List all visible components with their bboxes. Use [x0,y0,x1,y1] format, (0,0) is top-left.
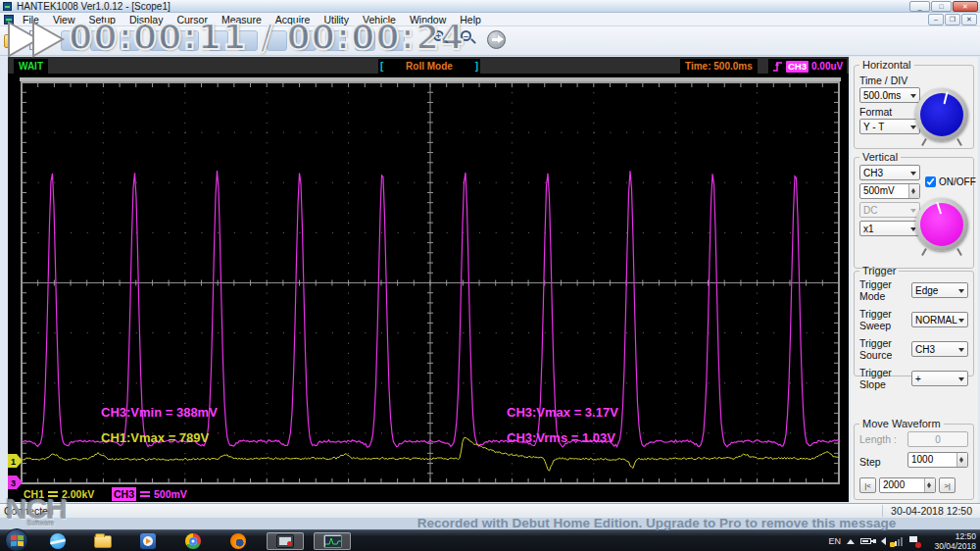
menu-window[interactable]: Window [403,13,453,26]
trigger-slope-label: Trigger Slope [859,367,911,390]
volt-div-spinner[interactable]: 500mV [859,183,920,199]
spinner-up-icon[interactable] [909,184,919,191]
mdi-close-button[interactable]: ✕ [961,14,977,25]
vertical-knob[interactable] [915,198,968,251]
menu-vehicle[interactable]: Vehicle [356,13,403,26]
spinner-up-icon[interactable] [957,453,967,460]
chevron-down-icon [958,319,964,326]
spinner-down-icon[interactable] [925,485,935,492]
close-button[interactable]: ✕ [953,1,978,12]
taskbar-hantek-app[interactable] [314,532,351,550]
go-last-button[interactable]: >| [939,477,956,493]
system-tray: EN [828,530,919,551]
mdi-minimize-button[interactable]: – [928,14,944,25]
show-hidden-icons-icon[interactable] [847,535,855,544]
battery-icon[interactable] [860,538,871,544]
speaker-icon[interactable] [877,537,886,545]
maximize-button[interactable]: □ [931,1,952,12]
connect-icon[interactable] [487,30,506,49]
zoom-in-icon[interactable]: + [433,30,450,47]
toolbar-icon[interactable] [149,30,170,51]
toolbar-icon[interactable] [384,30,405,51]
control-panel: Horizontal Time / DIV 500.0ms Format Y -… [851,57,978,503]
trigger-sweep-select[interactable]: NORMAL [911,312,968,327]
menu-file[interactable]: File [16,13,46,26]
scope-display: 13 WAIT []Roll Mode Time: 500.0ms CH3 0.… [8,57,849,502]
clock-time: 12:50 [934,531,976,541]
oscilloscope-app-icon [323,534,342,548]
network-icon[interactable] [892,536,904,546]
toolbar-icon[interactable] [237,30,258,51]
measurement-ch3-vmin: CH3:Vmin = 388mV [101,405,218,420]
spinner-down-icon[interactable] [957,460,967,467]
coupling-select: DC [859,202,920,218]
action-center-flag-icon[interactable] [909,536,919,547]
horizontal-group: Horizontal Time / DIV 500.0ms Format Y -… [854,59,974,149]
taskbar-debut-recorder[interactable] [267,532,304,550]
folder-icon [94,535,112,548]
taskbar-explorer[interactable] [88,532,118,550]
menu-setup[interactable]: Setup [82,13,122,26]
trigger-edge-icon [772,60,783,73]
toolbar-icon[interactable] [178,30,199,51]
toolbar-icon[interactable] [267,30,287,51]
probe-select[interactable]: x1 [859,221,920,236]
trigger-source-select[interactable]: CH3 [911,341,968,357]
toolbar-icon[interactable] [296,30,317,51]
toolbar-icon[interactable] [90,30,111,51]
go-first-button[interactable]: |< [859,477,876,493]
taskbar-chrome[interactable] [178,532,208,550]
taskbar-firefox[interactable] [223,532,253,550]
dc-coupling-icon [140,491,150,497]
spinner-up-icon[interactable] [925,478,935,485]
step-spinner[interactable]: 1000 [907,452,968,468]
menu-measure[interactable]: Measure [215,13,269,26]
trigger-mode-select[interactable]: Edge [911,282,968,298]
trigger-sweep-label: Trigger Sweep [859,308,911,331]
acquisition-status: WAIT [14,59,48,74]
toolbar-icon[interactable] [120,30,140,51]
measurement-ch3-vrms: CH3:Vrms = 1.03V [507,430,615,445]
toolbar-icon[interactable] [208,30,228,51]
trigger-source-badge: CH3 [786,61,808,73]
new-file-icon[interactable] [29,30,45,50]
chevron-down-icon [958,348,964,355]
minimize-button[interactable]: _ [909,1,930,12]
trigger-slope-select[interactable]: + [911,371,968,386]
svg-text:3: 3 [11,478,16,488]
onoff-label: ON/OFF [939,176,976,187]
toolbar-icon[interactable] [325,30,346,51]
start-button[interactable] [5,528,28,551]
toolbar-icon[interactable] [61,30,81,51]
language-indicator[interactable]: EN [828,536,841,546]
spinner-down-icon[interactable] [909,191,919,198]
title-bar[interactable]: HANTEK1008 Ver1.0.12 - [Scope1] _ □ ✕ [0,0,980,13]
open-file-icon[interactable] [4,30,25,50]
scope-document-icon [4,15,14,25]
measurement-ch3-vmax: CH3:Vmax = 3.17V [507,405,618,420]
toolbar-icon[interactable] [355,30,375,51]
taskbar-internet-explorer[interactable] [43,532,73,550]
taskbar-media-player[interactable] [133,532,163,550]
channel-select[interactable]: CH3 [859,165,920,180]
horizontal-knob[interactable] [915,88,968,141]
menu-acquire[interactable]: Acquire [269,13,318,26]
menu-utility[interactable]: Utility [317,13,356,26]
app-icon [3,2,12,11]
time-div-select[interactable]: 500.0ms [859,87,920,103]
scope-status-strip: WAIT []Roll Mode Time: 500.0ms CH3 0.00u… [8,57,849,75]
position-spinner[interactable]: 2000 [879,477,936,493]
mdi-restore-button[interactable]: ❐ [945,14,960,25]
time-div-label: Time / DIV [859,75,968,86]
taskbar-clock[interactable]: 12:50 30/04/2018 [934,531,976,551]
zoom-out-icon[interactable]: – [461,30,477,47]
format-select[interactable]: Y - T [859,119,920,134]
chevron-down-icon [910,209,916,216]
channel-onoff-checkbox[interactable] [925,176,936,187]
menu-cursor[interactable]: Cursor [170,13,215,26]
menu-help[interactable]: Help [453,13,488,26]
menu-view[interactable]: View [46,13,82,26]
debut-recorder-icon [276,534,294,548]
app-window: HANTEK1008 Ver1.0.12 - [Scope1] _ □ ✕ Fi… [0,0,980,518]
menu-display[interactable]: Display [122,13,170,26]
